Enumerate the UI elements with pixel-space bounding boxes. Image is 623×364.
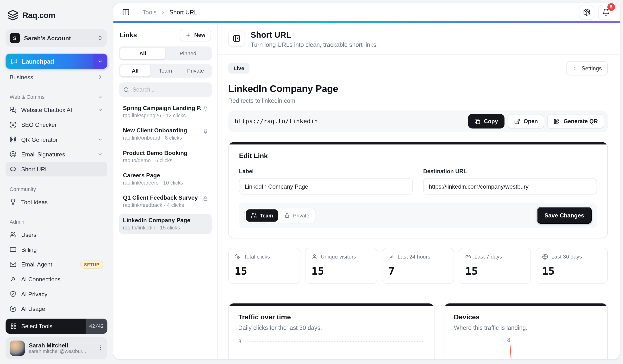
at-sign-icon xyxy=(10,151,16,158)
sidebar-item-ai-usage[interactable]: AI Usage xyxy=(5,301,107,316)
stat-last-30-days: Last 30 days 15 xyxy=(536,248,608,284)
item-label: Email Agent xyxy=(21,261,75,268)
label-input[interactable] xyxy=(239,178,413,194)
item-label: AI Usage xyxy=(21,306,103,312)
private-toggle[interactable]: Private xyxy=(279,209,314,221)
user-name: Sarah Mitchell xyxy=(29,342,93,349)
detail-panel: Short URL Turn long URLs into clean, tra… xyxy=(218,23,620,359)
pin-icon xyxy=(203,106,208,111)
card-top-strip xyxy=(444,303,607,306)
plus-icon xyxy=(186,32,191,38)
card-top-strip xyxy=(229,142,607,144)
section-label: Community xyxy=(10,186,103,192)
stat-last-24-hours: Last 24 hours 7 xyxy=(382,248,454,284)
layers-logo-icon xyxy=(7,10,19,21)
destination-url-input[interactable] xyxy=(423,178,597,194)
sidebar-item-ai-privacy[interactable]: AI Privacy xyxy=(5,287,107,301)
launchpad-label: Launchpad xyxy=(22,58,54,65)
generate-qr-button[interactable]: Generate QR xyxy=(548,114,604,128)
link-icon xyxy=(10,166,16,172)
brand-name: Raq.com xyxy=(22,11,55,20)
more-vertical-icon[interactable] xyxy=(97,344,103,352)
sidebar-item-ai-connections[interactable]: AI Connections xyxy=(5,272,107,287)
account-switcher[interactable]: S Sarah's Account xyxy=(5,29,107,47)
filter-private-tab[interactable]: Private xyxy=(180,65,211,76)
sidebar-item-users[interactable]: Users xyxy=(5,227,107,242)
list-item[interactable]: Product Demo Booking raq.to/demo · 6 cli… xyxy=(119,147,212,167)
package-search-button[interactable] xyxy=(579,4,594,20)
list-item[interactable]: Q1 Client Feedback Survey raq.link/feedb… xyxy=(119,191,212,212)
launchpad-button[interactable]: Launchpad xyxy=(5,54,107,69)
stats-row: Total clicks 15 Unique visitors 15 xyxy=(228,248,608,284)
filter-team-tab[interactable]: Team xyxy=(150,65,180,76)
sidebar-item-business[interactable]: Business xyxy=(5,70,107,85)
user-icon xyxy=(312,254,317,260)
sidebar-item-seo-checker[interactable]: SEO Checker xyxy=(5,117,107,132)
sidebar-item-qr-generator[interactable]: QR Generator xyxy=(5,132,107,147)
list-item[interactable]: Spring Campaign Landing P... raq.link/sp… xyxy=(119,102,212,122)
edit-link-title: Edit Link xyxy=(239,152,597,160)
topbar-actions: 5 xyxy=(579,4,613,20)
notification-count-badge: 5 xyxy=(607,3,615,11)
status-badge: Live xyxy=(228,63,249,74)
item-label: Tool Ideas xyxy=(21,199,103,205)
user-menu[interactable]: Sarah Mitchell sarah.mitchell@westbur... xyxy=(5,337,107,360)
link-title-heading: LinkedIn Company Page xyxy=(228,83,608,94)
chat-bubble-icon xyxy=(11,58,18,65)
account-avatar: S xyxy=(10,33,20,43)
unplug-icon xyxy=(10,276,16,282)
users-icon xyxy=(10,231,16,238)
sidebar-toggle-button[interactable] xyxy=(120,6,132,18)
sidebar-item-tool-ideas[interactable]: Tool Ideas xyxy=(5,195,107,210)
chart-line xyxy=(509,344,514,359)
select-tools-main[interactable]: Select Tools xyxy=(5,319,86,334)
item-label: AI Privacy xyxy=(21,291,103,297)
settings-label: Settings xyxy=(581,65,601,72)
stat-label: Last 24 hours xyxy=(398,254,430,260)
destination-field-group: Destination URL xyxy=(423,168,597,195)
filter-all2-tab[interactable]: All xyxy=(120,65,150,76)
sidebar-item-website-chatbox-ai[interactable]: Website Chatbox AI xyxy=(5,102,107,117)
settings-button[interactable]: Settings xyxy=(566,61,608,75)
filter-all-tab[interactable]: All xyxy=(120,48,165,59)
breadcrumb-tools[interactable]: Tools xyxy=(143,9,156,16)
open-button[interactable]: Open xyxy=(508,114,544,128)
bar-chart-icon xyxy=(388,254,394,260)
link-title: New Client Onboarding xyxy=(123,127,201,134)
stat-label: Last 30 days xyxy=(551,254,582,260)
select-tools-label: Select Tools xyxy=(21,323,52,329)
chevron-right-icon xyxy=(97,74,103,80)
qr-code-icon xyxy=(10,136,16,143)
select-tools-button[interactable]: Select Tools 42/42 xyxy=(5,319,107,334)
link-meta: raq.link/feedback · 4 clicks xyxy=(123,202,201,208)
copy-label: Copy xyxy=(484,118,498,125)
sidebar-item-short-url[interactable]: Short URL xyxy=(5,162,107,177)
charts-row: Traffic over time Daily clicks for the l… xyxy=(228,293,608,359)
list-item[interactable]: Careers Page raq.link/careers · 10 click… xyxy=(119,169,212,189)
filter-pinned-tab[interactable]: Pinned xyxy=(165,48,211,59)
sidebar: Raq.com S Sarah's Account Launchpad xyxy=(0,0,113,364)
sidebar-item-email-agent[interactable]: Email Agent SETUP xyxy=(5,257,107,272)
user-email: sarah.mitchell@westbur... xyxy=(29,349,93,354)
team-toggle[interactable]: Team xyxy=(246,209,278,221)
user-meta: Sarah Mitchell sarah.mitchell@westbur... xyxy=(29,342,93,354)
tools-count-badge: 42/42 xyxy=(86,319,107,334)
notifications-button[interactable]: 5 xyxy=(598,4,613,20)
section-admin: Admin xyxy=(10,219,103,225)
setup-badge: SETUP xyxy=(80,260,103,268)
save-changes-button[interactable]: Save Changes xyxy=(537,207,592,224)
sidebar-item-billing[interactable]: Billing xyxy=(5,242,107,257)
section-web-comms[interactable]: Web & Comms xyxy=(10,94,103,100)
new-link-button[interactable]: New xyxy=(180,29,211,41)
item-label: SEO Checker xyxy=(21,122,103,128)
search-input[interactable] xyxy=(133,86,207,93)
list-item-selected[interactable]: LinkedIn Company Page raq.to/linkedin · … xyxy=(119,214,212,234)
gridline xyxy=(245,342,424,342)
sidebar-item-email-signatures[interactable]: Email Signatures xyxy=(5,147,107,162)
chevron-right-icon xyxy=(160,9,166,15)
stat-label: Total clicks xyxy=(244,254,270,260)
list-item[interactable]: New Client Onboarding raq.link/onboard ·… xyxy=(119,124,212,144)
launchpad-expand-button[interactable] xyxy=(93,54,107,69)
launchpad-main[interactable]: Launchpad xyxy=(5,54,93,69)
copy-button[interactable]: Copy xyxy=(468,114,505,128)
